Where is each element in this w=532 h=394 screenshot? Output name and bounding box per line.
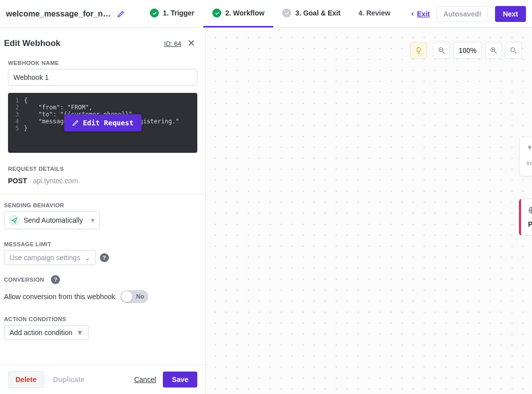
zoom-fit-button[interactable] bbox=[505, 42, 522, 59]
save-button[interactable]: Save bbox=[163, 372, 197, 388]
conversion-label: CONVERSION bbox=[4, 277, 44, 283]
zoom-level[interactable]: 100% bbox=[453, 42, 482, 59]
step-goal-exit[interactable]: 3. Goal & Exit bbox=[273, 0, 349, 27]
duplicate-button[interactable]: Duplicate bbox=[51, 372, 86, 388]
chevron-down-icon: ⌄ bbox=[84, 254, 90, 262]
step-label: 1. Trigger bbox=[163, 9, 194, 17]
webhook-method: POST bbox=[528, 220, 532, 228]
panel-title: Edit Webhook bbox=[4, 38, 164, 48]
check-icon bbox=[282, 8, 291, 17]
message-limit-label: MESSAGE LIMIT bbox=[0, 232, 205, 250]
request-details-label: REQUEST DETAILS bbox=[0, 161, 205, 175]
request-url: api.tyntec.com bbox=[33, 177, 78, 185]
step-workflow[interactable]: 2. Workflow bbox=[203, 0, 273, 27]
lightning-icon bbox=[527, 144, 532, 151]
workflow-canvas[interactable]: 100% Trigger in Signed up bbox=[206, 28, 532, 394]
webhook-name-label: WEBHOOK NAME bbox=[0, 55, 205, 69]
chevron-down-icon: ▼ bbox=[90, 217, 95, 223]
cancel-button[interactable]: Cancel bbox=[134, 376, 156, 384]
globe-icon bbox=[528, 206, 532, 214]
canvas-grid bbox=[206, 28, 532, 394]
message-limit-select[interactable]: Use campaign settings ⌄ bbox=[4, 250, 96, 265]
autosaved-badge: Autosaved! bbox=[437, 6, 488, 22]
webhook-node[interactable]: Webhook 1 POST · api.tyntec.com bbox=[519, 199, 532, 236]
step-label: 4. Review bbox=[359, 9, 391, 17]
step-label: 3. Goal & Exit bbox=[295, 9, 340, 17]
action-conditions-label: ACTION CONDITIONS bbox=[0, 309, 205, 325]
id-link[interactable]: ID: 64 bbox=[164, 40, 181, 47]
webhook-name-input[interactable] bbox=[8, 69, 197, 86]
step-review[interactable]: 4. Review bbox=[350, 0, 400, 27]
close-icon[interactable] bbox=[186, 38, 197, 49]
help-icon[interactable]: ? bbox=[100, 253, 109, 262]
select-value: Send Automatically bbox=[23, 216, 83, 224]
edit-panel: Edit Webhook ID: 64 WEBHOOK NAME 1{ 2 "f… bbox=[0, 28, 206, 394]
svg-point-2 bbox=[511, 48, 515, 52]
action-conditions-select[interactable]: Add action condition ▼ bbox=[4, 325, 89, 340]
next-button[interactable]: Next bbox=[495, 6, 526, 22]
check-icon bbox=[212, 8, 221, 17]
step-trigger[interactable]: 1. Trigger bbox=[141, 0, 203, 27]
check-icon bbox=[150, 8, 159, 17]
lightbulb-icon[interactable] bbox=[410, 42, 427, 59]
help-icon[interactable]: ? bbox=[51, 275, 60, 284]
zoom-out-button[interactable] bbox=[433, 42, 450, 59]
request-body-preview: 1{ 2 "from": "FROM", 3 "to": "{{customer… bbox=[8, 93, 197, 153]
panel-footer: Delete Duplicate Cancel Save bbox=[0, 365, 205, 394]
select-value: Add action condition bbox=[9, 329, 72, 337]
topbar: welcome_message_for_new_u… 1. Trigger 2.… bbox=[0, 0, 532, 28]
allow-conversion-toggle[interactable]: No bbox=[120, 290, 148, 303]
delete-button[interactable]: Delete bbox=[8, 371, 44, 388]
sending-behavior-label: SENDING BEHAVIOR bbox=[0, 197, 205, 211]
edit-request-button[interactable]: Edit Request bbox=[64, 114, 141, 131]
pencil-icon[interactable] bbox=[115, 8, 127, 20]
toggle-value: No bbox=[136, 293, 144, 300]
step-label: 2. Workflow bbox=[225, 9, 264, 17]
sending-behavior-select[interactable]: Send Automatically ▼ bbox=[4, 211, 100, 229]
edit-request-label: Edit Request bbox=[83, 119, 133, 127]
trigger-in-text: in bbox=[527, 159, 532, 167]
select-value: Use campaign settings bbox=[9, 254, 80, 262]
zoom-in-button[interactable] bbox=[485, 42, 502, 59]
request-method: POST bbox=[8, 177, 27, 185]
exit-link[interactable]: Exit bbox=[410, 10, 430, 18]
exit-label: Exit bbox=[417, 10, 430, 18]
allow-conversion-text: Allow conversion from this webhook bbox=[4, 293, 115, 301]
trigger-node[interactable]: Trigger in Signed up bbox=[519, 137, 532, 176]
chevron-down-icon: ▼ bbox=[76, 329, 83, 337]
campaign-title: welcome_message_for_new_u… bbox=[6, 9, 111, 18]
send-icon bbox=[8, 215, 19, 226]
